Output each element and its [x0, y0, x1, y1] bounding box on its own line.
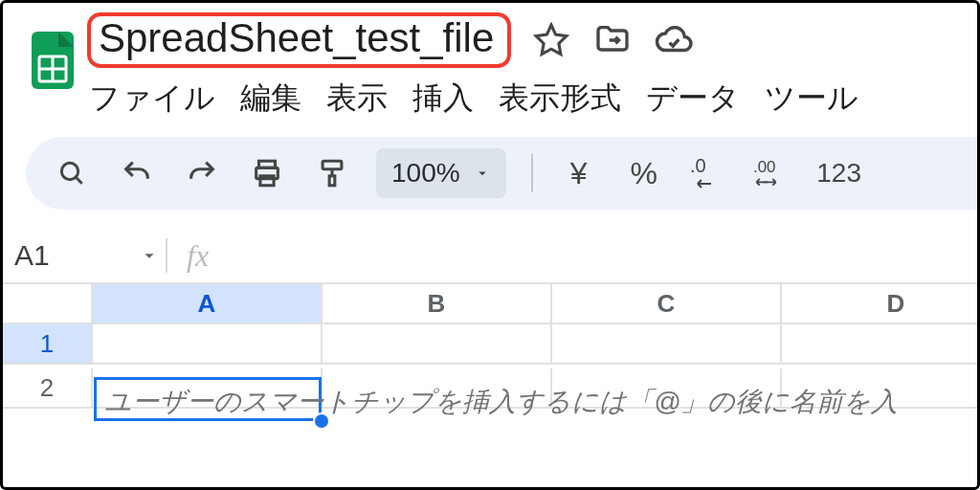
- cell-b1[interactable]: [323, 324, 552, 365]
- cell-c1[interactable]: [552, 324, 782, 365]
- zoom-dropdown[interactable]: 100%: [376, 148, 506, 198]
- svg-text:.00: .00: [753, 158, 776, 176]
- search-icon[interactable]: [51, 152, 93, 194]
- document-title[interactable]: SpreadSheet_test_file: [87, 12, 511, 68]
- redo-icon[interactable]: [181, 152, 223, 194]
- row-1: 1: [3, 324, 977, 368]
- menu-bar: ファイル 編集 表示 挿入 表示形式 データ ツール: [87, 68, 858, 120]
- cell-d1[interactable]: [782, 324, 980, 365]
- formula-bar: A1 fx: [3, 229, 977, 284]
- col-header-b[interactable]: B: [323, 284, 552, 324]
- fx-label: fx: [187, 238, 209, 274]
- chevron-down-icon: [474, 165, 491, 182]
- undo-icon[interactable]: [116, 152, 158, 194]
- svg-rect-8: [260, 176, 274, 186]
- toolbar-divider: [531, 154, 533, 192]
- chevron-down-icon: [139, 245, 160, 266]
- percent-button[interactable]: %: [623, 152, 665, 194]
- currency-button[interactable]: ¥: [558, 152, 600, 194]
- name-box[interactable]: A1: [3, 239, 166, 272]
- cell-a1[interactable]: [93, 324, 323, 365]
- sheets-logo-icon: [30, 30, 76, 91]
- cloud-status-icon[interactable]: [653, 19, 695, 61]
- svg-rect-9: [323, 161, 342, 169]
- menu-insert[interactable]: 挿入: [412, 78, 474, 120]
- menu-format[interactable]: 表示形式: [499, 78, 621, 120]
- toolbar: 100% ¥ % .0 .00 123: [26, 137, 980, 210]
- zoom-value: 100%: [391, 158, 460, 189]
- name-box-value: A1: [14, 239, 50, 272]
- decrease-decimal-button[interactable]: .0: [688, 152, 730, 194]
- menu-file[interactable]: ファイル: [89, 78, 215, 120]
- svg-line-5: [76, 177, 81, 183]
- svg-text:.0: .0: [690, 155, 706, 176]
- select-all-corner[interactable]: [3, 284, 93, 324]
- col-header-d[interactable]: D: [782, 284, 980, 324]
- row-header-2[interactable]: 2: [3, 368, 93, 409]
- star-icon[interactable]: [530, 19, 572, 61]
- app-header: SpreadSheet_test_file: [3, 3, 977, 120]
- svg-point-4: [61, 164, 78, 180]
- menu-edit[interactable]: 編集: [240, 78, 301, 120]
- row-header-1[interactable]: 1: [3, 324, 93, 365]
- menu-view[interactable]: 表示: [326, 78, 388, 120]
- svg-rect-10: [329, 176, 335, 186]
- menu-data[interactable]: データ: [646, 78, 740, 120]
- formula-bar-divider: [166, 238, 167, 273]
- paint-format-icon[interactable]: [311, 152, 353, 194]
- print-icon[interactable]: [246, 152, 288, 194]
- col-header-a[interactable]: A: [93, 284, 323, 324]
- number-format-button[interactable]: 123: [818, 152, 860, 194]
- increase-decimal-button[interactable]: .00: [753, 152, 795, 194]
- column-header-row: A B C D: [3, 284, 977, 324]
- col-header-c[interactable]: C: [552, 284, 782, 324]
- cell-placeholder-hint: ユーザーのスマートチップを挿入するには「@」の後に名前を入: [104, 384, 898, 420]
- menu-tools[interactable]: ツール: [765, 78, 858, 120]
- move-icon[interactable]: [591, 19, 634, 61]
